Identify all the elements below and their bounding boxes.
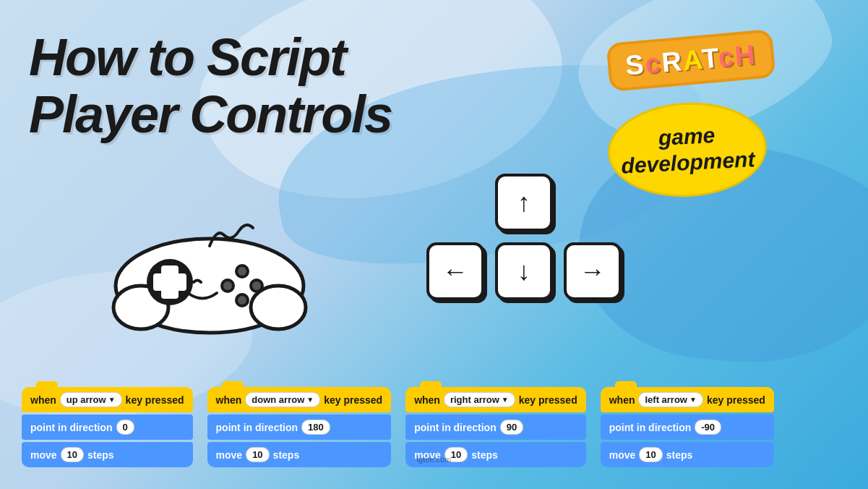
right-direction-value[interactable]: 90 <box>500 420 523 435</box>
page-title: How to Script Player Controls <box>29 29 434 143</box>
right-arrow-direction-block: point in direction 90 <box>405 414 586 440</box>
up-arrow-direction-block: point in direction 0 <box>22 414 193 440</box>
up-arrow-dropdown[interactable]: up arrow ▼ <box>60 392 122 407</box>
svg-point-13 <box>223 281 232 290</box>
left-arrow-event-block: when left arrow ▼ key pressed <box>601 387 774 412</box>
up-arrow-code-group: when up arrow ▼ key pressed point in dir… <box>22 387 193 467</box>
left-direction-value[interactable]: -90 <box>695 420 721 435</box>
dropdown-arrow-icon: ▼ <box>689 396 697 404</box>
dropdown-arrow-icon: ▼ <box>502 396 509 404</box>
controller-illustration <box>101 213 332 358</box>
title-section: How to Script Player Controls <box>29 29 434 143</box>
left-arrow-dropdown[interactable]: left arrow ▼ <box>638 392 702 407</box>
up-arrow-event-block: when up arrow ▼ key pressed <box>22 387 193 412</box>
dropdown-arrow-icon: ▼ <box>108 396 116 404</box>
dropdown-arrow-icon: ▼ <box>306 396 314 404</box>
left-arrow-direction-block: point in direction -90 <box>601 414 774 440</box>
controller-svg <box>101 213 318 344</box>
down-arrow-event-block: when down arrow ▼ key pressed <box>207 387 392 412</box>
svg-rect-5 <box>153 273 186 291</box>
svg-point-10 <box>238 267 246 276</box>
game-dev-text: game development <box>619 120 756 179</box>
up-arrow-move-block: move 10 steps <box>22 442 193 467</box>
left-arrow-move-block: move 10 steps <box>601 442 774 467</box>
down-arrow-dropdown[interactable]: down arrow ▼ <box>245 392 320 407</box>
down-arrow-code-group: when down arrow ▼ key pressed point in d… <box>207 387 392 467</box>
scratch-logo: ScRATcH <box>606 29 776 92</box>
right-arrow-key: → <box>564 242 622 300</box>
up-direction-value[interactable]: 0 <box>116 420 134 435</box>
left-arrow-icon: ← <box>442 256 468 286</box>
left-arrow-code-group: when left arrow ▼ key pressed point in d… <box>601 387 774 467</box>
right-arrow-dropdown[interactable]: right arrow ▼ <box>444 392 515 407</box>
up-arrow-key: ↑ <box>495 174 553 231</box>
watermark: igtee.com <box>417 455 452 464</box>
down-arrow-icon: ↓ <box>517 256 530 286</box>
down-arrow-key: ↓ <box>495 242 553 300</box>
right-arrow-icon: → <box>580 256 606 286</box>
down-arrow-move-block: move 10 steps <box>207 442 392 467</box>
right-arrow-event-block: when right arrow ▼ key pressed <box>405 387 586 412</box>
down-direction-value[interactable]: 180 <box>301 420 330 435</box>
left-move-value[interactable]: 10 <box>639 447 662 462</box>
down-move-value[interactable]: 10 <box>246 447 269 462</box>
arrow-keys-container: ↑ ← ↓ → <box>426 174 629 318</box>
svg-point-11 <box>252 281 261 290</box>
scratch-logo-text: ScRATcH <box>624 39 758 81</box>
up-arrow-icon: ↑ <box>517 187 530 218</box>
scratch-badge-area: ScRATcH game development <box>608 36 774 197</box>
up-move-value[interactable]: 10 <box>61 447 84 462</box>
svg-point-12 <box>238 296 246 305</box>
game-dev-badge: game development <box>606 98 770 200</box>
down-arrow-direction-block: point in direction 180 <box>207 414 392 440</box>
left-arrow-key: ← <box>426 242 484 300</box>
